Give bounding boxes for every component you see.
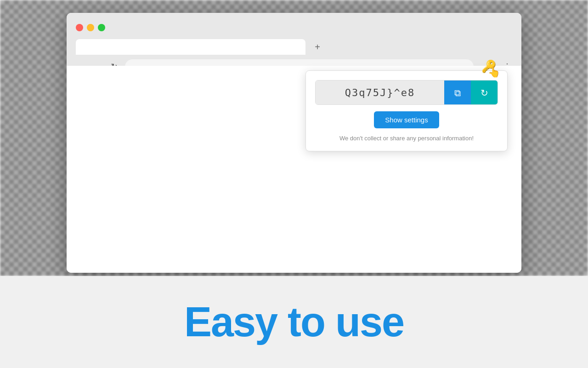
privacy-text: We don't collect or share any personal i… [339,135,474,142]
refresh-icon: ↻ [481,87,488,98]
copy-icon: ⧉ [454,88,461,98]
cursor-hand-icon: 👆 [488,66,500,78]
tab-bar: + [67,38,521,56]
top-section: + ← → ↻ 🔑 👆 ⋮ [0,0,588,276]
extension-icon-wrapper[interactable]: 🔑 👆 [479,57,498,76]
traffic-light-yellow[interactable] [87,24,94,31]
password-popup: Q3q75J}^e8 ⧉ ↻ Show settings We don't co… [305,70,508,151]
bottom-section: Easy to use [0,276,588,368]
browser-chrome: + ← → ↻ 🔑 👆 ⋮ [67,13,521,66]
show-settings-button[interactable]: Show settings [374,111,439,128]
easy-to-use-headline: Easy to use [184,299,404,346]
traffic-light-red[interactable] [76,24,83,31]
password-display: Q3q75J}^e8 [316,80,444,104]
copy-button[interactable]: ⧉ [444,80,471,105]
browser-content: Q3q75J}^e8 ⧉ ↻ Show settings We don't co… [67,66,521,273]
traffic-lights-row [67,13,521,38]
browser-window: + ← → ↻ 🔑 👆 ⋮ [67,13,521,273]
active-tab[interactable] [76,39,305,55]
password-row: Q3q75J}^e8 ⧉ ↻ [315,80,498,105]
traffic-light-green[interactable] [98,24,105,31]
new-tab-button[interactable]: + [309,39,326,55]
generate-button[interactable]: ↻ [471,80,498,105]
